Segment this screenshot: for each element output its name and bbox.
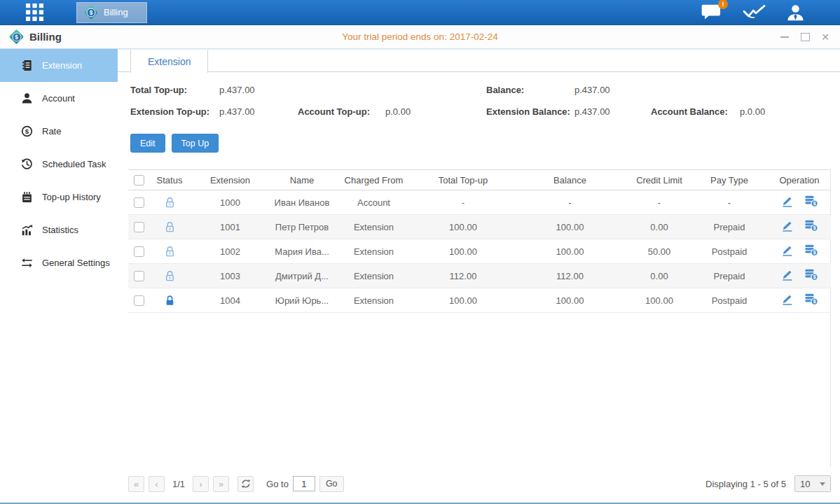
- edit-button[interactable]: Edit: [130, 134, 165, 153]
- sidebar-item-general-settings[interactable]: General Settings: [0, 246, 118, 279]
- scheduled-task-icon: [21, 158, 33, 170]
- app-grid-icon[interactable]: [25, 3, 44, 22]
- sidebar-label: General Settings: [42, 258, 110, 268]
- total-topup-value: p.437.00: [219, 85, 255, 95]
- top-up-row-icon[interactable]: $: [804, 269, 818, 281]
- cell-charged-from: Extension: [333, 239, 414, 264]
- refresh-button[interactable]: [237, 476, 254, 492]
- row-checkbox[interactable]: [134, 295, 144, 306]
- total-topup-label: Total Top-up:: [130, 85, 187, 95]
- cell-total-topup: -: [414, 190, 512, 215]
- top-up-button[interactable]: Top Up: [172, 134, 219, 153]
- notifications-icon[interactable]: !: [701, 4, 722, 21]
- svg-text:$: $: [813, 201, 816, 206]
- cell-extension: 1001: [190, 215, 270, 239]
- table-row: 1001 Петр Петров Extension 100.00 100.00…: [128, 215, 831, 239]
- row-checkbox[interactable]: [134, 222, 144, 232]
- col-pay-type: Pay Type: [691, 169, 768, 190]
- cell-credit-limit: 100.00: [628, 288, 691, 313]
- cell-total-topup: 100.00: [414, 288, 512, 313]
- first-page-button[interactable]: «: [128, 476, 144, 492]
- maximize-icon[interactable]: [799, 31, 811, 43]
- extension-icon: [21, 59, 33, 71]
- edit-extension-icon[interactable]: [780, 220, 794, 232]
- account-balance-value: p.0.00: [740, 106, 765, 117]
- cell-charged-from: Account: [333, 190, 414, 215]
- col-total-topup: Total Top-up: [414, 169, 512, 190]
- cell-credit-limit: 50.00: [628, 239, 691, 264]
- sidebar-label: Account: [42, 93, 75, 104]
- cell-balance: 112.00: [512, 264, 628, 288]
- user-account-icon[interactable]: [786, 4, 805, 22]
- tab-bar: Extension: [118, 49, 840, 72]
- cell-extension: 1002: [190, 239, 270, 264]
- sidebar-item-rate[interactable]: $ Rate: [0, 115, 118, 148]
- trial-notice: Your trial period ends on: 2017-02-24: [0, 31, 840, 42]
- sidebar-item-extension[interactable]: Extension: [0, 49, 118, 82]
- edit-extension-icon[interactable]: [780, 195, 794, 208]
- topbar-icons: !: [701, 4, 840, 22]
- cell-extension: 1004: [190, 288, 270, 313]
- table-row: 1002 Мария Ива... Extension 100.00 100.0…: [128, 239, 831, 264]
- row-checkbox[interactable]: [134, 246, 144, 257]
- cell-pay-type: Postpaid: [691, 239, 768, 264]
- goto-page-input[interactable]: [293, 476, 315, 491]
- top-up-row-icon[interactable]: $: [804, 220, 818, 232]
- top-up-row-icon[interactable]: $: [804, 195, 818, 207]
- cell-extension: 1000: [190, 190, 270, 215]
- go-button[interactable]: Go: [319, 476, 344, 492]
- topbar-tab-label: Billing: [104, 7, 128, 18]
- cell-credit-limit: 0.00: [628, 215, 691, 239]
- sidebar-label: Statistics: [42, 225, 78, 235]
- top-up-row-icon[interactable]: $: [804, 244, 818, 256]
- page-size-select[interactable]: 10: [794, 475, 831, 492]
- extension-balance-label: Extension Balance:: [486, 106, 570, 117]
- top-up-row-icon[interactable]: $: [804, 293, 818, 305]
- edit-extension-icon[interactable]: [780, 269, 794, 281]
- topbar-tab-billing[interactable]: $ Billing: [76, 2, 147, 23]
- close-icon[interactable]: ✕: [819, 31, 832, 43]
- chevron-down-icon: [820, 482, 825, 486]
- sidebar-item-account[interactable]: Account: [0, 82, 118, 115]
- sidebar-item-statistics[interactable]: Statistics: [0, 214, 118, 246]
- cell-name: Иван Иванов: [270, 190, 333, 215]
- cell-total-topup: 100.00: [414, 239, 512, 264]
- billing-diamond-icon: $: [84, 6, 98, 20]
- table-row: 1004 Юрий Юрь... Extension 100.00 100.00…: [128, 288, 831, 313]
- window-billing-icon: $: [9, 29, 24, 44]
- extension-topup-value: p.437.00: [219, 106, 255, 117]
- row-checkbox[interactable]: [134, 271, 144, 281]
- cell-name: Мария Ива...: [270, 239, 333, 264]
- cell-balance: -: [512, 190, 628, 215]
- col-operation: Operation: [768, 169, 831, 190]
- status-lock-icon: [164, 294, 176, 304]
- general-settings-icon: [21, 257, 33, 269]
- goto-label: Go to: [266, 479, 289, 489]
- cell-name: Юрий Юрь...: [270, 288, 333, 313]
- edit-extension-icon[interactable]: [780, 244, 794, 257]
- window-controls: ✕: [778, 25, 832, 48]
- page-size-value: 10: [800, 479, 810, 489]
- col-status: Status: [149, 169, 190, 190]
- svg-text:$: $: [813, 225, 816, 231]
- svg-text:$: $: [813, 274, 816, 280]
- displaying-text: Displaying 1 - 5 of 5: [705, 479, 786, 489]
- cell-charged-from: Extension: [333, 215, 414, 239]
- resource-monitor-icon[interactable]: [743, 4, 766, 20]
- last-page-button[interactable]: »: [213, 476, 229, 492]
- prev-page-button[interactable]: ‹: [149, 476, 165, 492]
- next-page-button[interactable]: ›: [193, 476, 209, 492]
- title-bar: $ Billing Your trial period ends on: 201…: [0, 25, 840, 49]
- tab-extension[interactable]: Extension: [130, 50, 208, 73]
- billing-app-window: $ Billing !: [0, 0, 840, 504]
- account-topup-label: Account Top-up:: [298, 106, 370, 117]
- action-buttons: Edit Top Up: [130, 134, 840, 153]
- minimize-icon[interactable]: [778, 31, 791, 43]
- edit-extension-icon[interactable]: [780, 293, 794, 306]
- main-content: Extension Total Top-up: p.437.00 Balance…: [118, 49, 840, 503]
- row-checkbox[interactable]: [134, 197, 144, 208]
- sidebar-item-topup-history[interactable]: Top-up History: [0, 181, 118, 214]
- sidebar-item-scheduled-task[interactable]: Scheduled Task: [0, 148, 118, 181]
- select-all-checkbox[interactable]: [134, 175, 144, 186]
- sidebar-label: Scheduled Task: [42, 159, 106, 169]
